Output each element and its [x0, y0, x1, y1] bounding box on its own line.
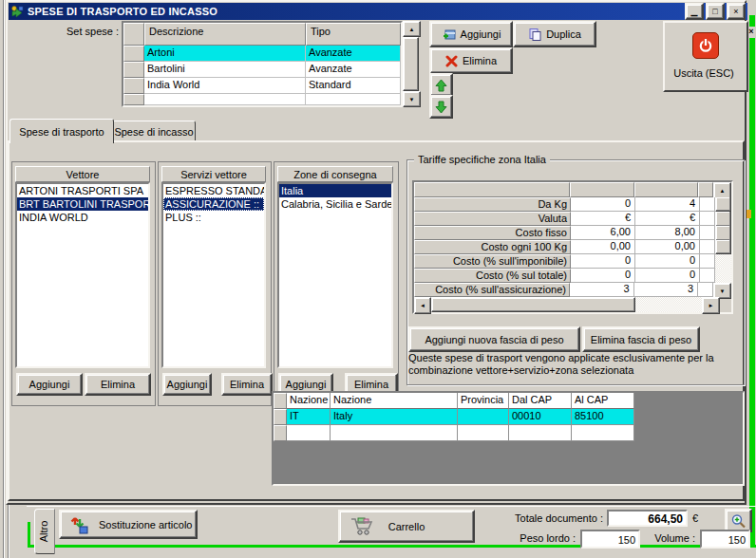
elimina-fascia-button[interactable]: Elimina fascia di peso	[582, 326, 700, 352]
uscita-panel[interactable]: Uscita (ESC)	[663, 21, 748, 92]
tariffa-row[interactable]: Valuta € €	[414, 212, 731, 226]
tariffe-hscrollbar[interactable]: ◄ ►	[414, 297, 731, 312]
scrollbar-thumb[interactable]	[431, 297, 635, 312]
list-item-servizio[interactable]: ESPRESSO STANDARD	[163, 184, 264, 197]
green-frame-vertical	[28, 522, 30, 548]
scroll-down-icon[interactable]: ▼	[403, 91, 421, 107]
zone-list[interactable]: Italia Calabria, Sicilia e Sardegna	[277, 182, 393, 368]
set-spese-row-empty[interactable]	[123, 94, 401, 105]
scroll-right-icon[interactable]: ►	[702, 297, 720, 314]
column-header-al-cap[interactable]: Al CAP	[572, 393, 634, 409]
cart-icon	[350, 515, 374, 536]
tariffa-row[interactable]: Costo (% sull'assicurazione) 3 3 ▼	[414, 283, 731, 297]
set-spese-row[interactable]: India World Standard	[123, 78, 401, 94]
scroll-left-icon[interactable]: ◄	[414, 297, 431, 314]
scrollbar-thumb[interactable]	[715, 197, 731, 212]
column-header-descrizione[interactable]: Descrizione	[144, 23, 306, 46]
duplica-button[interactable]: Duplica	[513, 21, 596, 47]
tab-spese-trasporto[interactable]: Spese di trasporto	[9, 119, 114, 143]
tariffa-row[interactable]: Costo (% sul totale) 0 0	[414, 269, 731, 283]
arrow-up-icon	[435, 79, 447, 92]
scrollbar-track[interactable]	[715, 254, 731, 269]
nazione-row-empty[interactable]	[274, 425, 743, 441]
uscita-label: Uscita (ESC)	[665, 67, 743, 79]
tab-altro[interactable]: Altro	[34, 509, 55, 554]
volume-field[interactable]: 150	[700, 530, 750, 549]
set-spese-scrollbar[interactable]: ▲ ▼	[403, 21, 419, 103]
list-item-servizio[interactable]: PLUS ::	[163, 211, 264, 224]
peso-lordo-field[interactable]: 150	[580, 530, 640, 549]
servizi-elimina-button[interactable]: Elimina	[221, 373, 273, 396]
list-item-zona-selected[interactable]: Italia	[279, 184, 391, 197]
servizi-header: Servizi vettore	[161, 166, 266, 182]
zone-panel: Zone di consegna Italia Calabria, Sicili…	[274, 161, 399, 406]
green-frame-horizontal	[28, 545, 756, 548]
vettore-list[interactable]: ARTONI TRASPORTI SPA BRT BARTOLINI TRASP…	[15, 182, 150, 368]
servizi-panel: Servizi vettore ESPRESSO STANDARD ASSICU…	[158, 161, 272, 406]
carrello-button[interactable]: Carrello	[338, 510, 475, 543]
column-header-dal-cap[interactable]: Dal CAP	[509, 393, 572, 409]
tab-spese-incasso[interactable]: Spese di incasso	[112, 121, 196, 142]
tariffe-group-title: Tariffe specifiche zona Italia	[414, 154, 550, 165]
list-item-vettore[interactable]: INDIA WORLD	[17, 211, 148, 224]
nazione-row-selected[interactable]: IT Italy 00010 85100	[274, 409, 743, 425]
app-icon	[10, 5, 24, 18]
add-box-icon	[442, 27, 457, 42]
set-spese-row[interactable]: Bartolini Avanzate	[123, 62, 401, 78]
tariffa-row[interactable]: Costo ogni 100 Kg 0,00 0,00	[414, 240, 731, 254]
power-icon[interactable]	[692, 32, 719, 59]
servizi-list[interactable]: ESPRESSO STANDARD ASSICURAZIONE :: PLUS …	[161, 182, 266, 368]
title-bar[interactable]: SPESE DI TRASPORTO ED INCASSO ▁ □ ×	[9, 3, 747, 20]
grid-corner-cell	[123, 23, 144, 46]
aggiungi-fascia-button[interactable]: Aggiungi nuova fascia di peso	[408, 326, 580, 352]
underlay-right-green-strip	[749, 15, 755, 547]
aggiungi-set-button[interactable]: Aggiungi	[429, 21, 513, 47]
underlay-left-border-light	[4, 0, 5, 558]
list-item-zona[interactable]: Calabria, Sicilia e Sardegna	[279, 197, 391, 211]
vettore-panel: Vettore ARTONI TRASPORTI SPA BRT BARTOLI…	[11, 161, 156, 406]
minimize-button[interactable]: ▁	[685, 3, 704, 20]
peso-lordo-label: Peso lordo :	[475, 532, 576, 544]
vettore-elimina-button[interactable]: Elimina	[85, 373, 151, 396]
tariffa-row[interactable]: Costo fisso 6,00 8,00	[414, 226, 731, 240]
volume-label: Volume :	[642, 532, 695, 544]
scroll-up-icon[interactable]: ▲	[403, 21, 421, 37]
swap-article-icon	[68, 514, 89, 535]
arrow-down-icon	[435, 101, 447, 114]
tariffa-row[interactable]: Costo (% sull'imponibile) 0 0	[414, 254, 731, 269]
column-header-provincia[interactable]: Provincia	[458, 393, 509, 409]
move-up-button[interactable]	[429, 73, 453, 97]
tab-altro-label: Altro	[35, 510, 54, 553]
totale-documento-label: Totale documento :	[501, 512, 603, 524]
column-header-tipo[interactable]: Tipo	[306, 23, 401, 46]
maximize-button[interactable]: □	[706, 3, 725, 20]
delete-x-icon	[445, 55, 458, 67]
sostituzione-articolo-button[interactable]: Sostituzione articolo	[59, 510, 198, 539]
window-title: SPESE DI TRASPORTO ED INCASSO	[28, 6, 217, 17]
vettore-aggiungi-button[interactable]: Aggiungi	[16, 373, 83, 396]
column-header-nazione-codice[interactable]: Nazione	[287, 393, 331, 409]
copy-icon	[528, 28, 542, 42]
magnifier-plus-icon	[730, 513, 747, 529]
set-spese-row-selected[interactable]: Artoni Avanzate	[123, 46, 401, 62]
list-item-vettore-selected[interactable]: BRT BARTOLINI TRASPORTI	[17, 197, 148, 211]
grid-corner-cell	[274, 393, 287, 409]
move-down-button[interactable]	[429, 95, 453, 119]
totale-documento-field[interactable]: 664,50	[607, 510, 688, 527]
tariffe-note: Queste spese di trasport vengono applica…	[408, 352, 741, 377]
currency-label: €	[692, 512, 698, 524]
set-spese-grid: Descrizione Tipo Artoni Avanzate Bartoli…	[122, 21, 403, 107]
nazioni-panel: Nazione Nazione Provincia Dal CAP Al CAP…	[272, 391, 745, 486]
set-spese-label: Set spese :	[24, 26, 119, 37]
column-header-nazione[interactable]: Nazione	[331, 393, 458, 409]
footer-left-border-light	[9, 505, 9, 558]
close-button[interactable]: ×	[727, 3, 746, 20]
tariffe-grid: ▲ Da Kg 0 4 Valuta € € Costo fisso 6,00 …	[412, 180, 733, 314]
list-item-servizio-selected[interactable]: ASSICURAZIONE ::	[163, 197, 264, 211]
tariffa-row[interactable]: Da Kg 0 4	[414, 197, 731, 212]
list-item-vettore[interactable]: ARTONI TRASPORTI SPA	[17, 184, 148, 197]
footer-top-highlight	[27, 506, 756, 507]
scrollbar-thumb[interactable]	[403, 37, 419, 91]
servizi-aggiungi-button[interactable]: Aggiungi	[162, 373, 212, 396]
elimina-set-button[interactable]: Elimina	[429, 47, 513, 74]
